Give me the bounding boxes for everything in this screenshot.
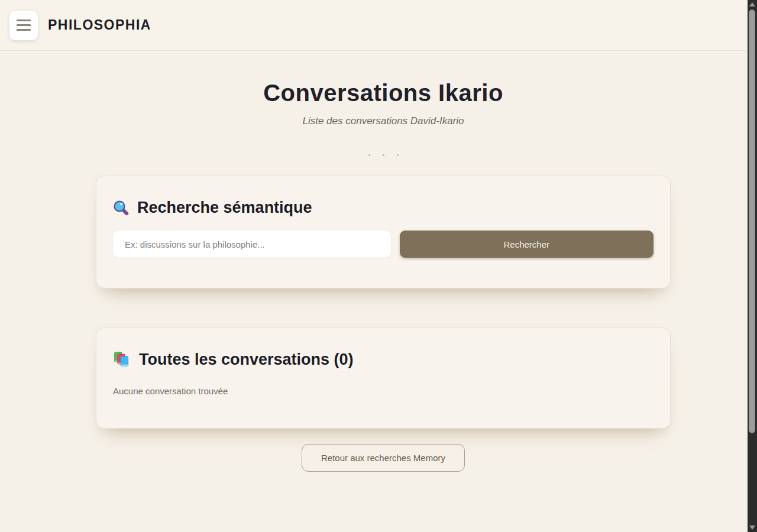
- search-button[interactable]: Rechercher: [400, 231, 654, 258]
- conversations-card-title-text: Toutes les conversations (0): [139, 348, 354, 371]
- semantic-search-card: Recherche sémantique Rechercher: [96, 176, 671, 288]
- search-input[interactable]: [113, 231, 391, 258]
- books-icon: [113, 351, 131, 368]
- page-title: Conversations Ikario: [96, 80, 671, 106]
- empty-message: Aucune conversation trouvée: [113, 386, 654, 396]
- footer-row: Retour aux recherches Memory: [96, 444, 671, 472]
- page-subtitle: Liste des conversations David-Ikario: [96, 115, 671, 127]
- app-header: PHILOSOPHIA: [0, 0, 748, 51]
- hamburger-icon: [17, 20, 31, 21]
- menu-button[interactable]: [9, 11, 38, 40]
- conversations-card-title: Toutes les conversations (0): [113, 348, 654, 371]
- conversations-card: Toutes les conversations (0) Aucune conv…: [96, 327, 671, 429]
- main-content: Conversations Ikario Liste des conversat…: [96, 51, 671, 472]
- dots-divider: [96, 154, 671, 156]
- scrollbar-down-arrow-icon[interactable]: [749, 525, 755, 530]
- brand-title: PHILOSOPHIA: [48, 17, 151, 33]
- scrollbar[interactable]: [748, 0, 757, 532]
- browser-viewport: PHILOSOPHIA Conversations Ikario Liste d…: [0, 0, 748, 532]
- search-card-title: Recherche sémantique: [113, 196, 654, 219]
- scrollbar-up-arrow-icon[interactable]: [749, 2, 755, 7]
- scrollbar-thumb[interactable]: [749, 9, 755, 433]
- search-row: Rechercher: [113, 231, 654, 258]
- search-card-title-text: Recherche sémantique: [137, 196, 312, 219]
- back-to-memory-button[interactable]: Retour aux recherches Memory: [302, 444, 465, 472]
- magnifier-icon: [113, 200, 129, 216]
